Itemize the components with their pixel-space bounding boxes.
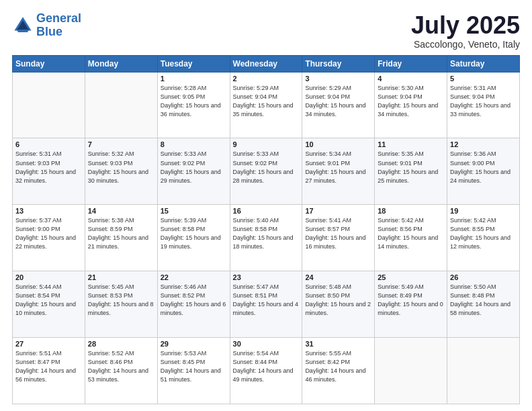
day-number: 3 bbox=[305, 75, 371, 83]
day-number: 1 bbox=[161, 75, 227, 83]
day-number: 27 bbox=[15, 340, 82, 348]
weekday-header: Friday bbox=[375, 55, 447, 72]
calendar-cell bbox=[85, 72, 157, 138]
weekday-header: Sunday bbox=[13, 55, 85, 72]
day-number: 23 bbox=[233, 273, 300, 281]
day-detail: Sunrise: 5:29 AM Sunset: 9:04 PM Dayligh… bbox=[233, 84, 300, 119]
calendar-cell: 23Sunrise: 5:47 AM Sunset: 8:51 PM Dayli… bbox=[230, 271, 302, 338]
day-detail: Sunrise: 5:54 AM Sunset: 8:44 PM Dayligh… bbox=[233, 349, 300, 384]
calendar-cell: 8Sunrise: 5:33 AM Sunset: 9:02 PM Daylig… bbox=[157, 138, 230, 205]
day-detail: Sunrise: 5:50 AM Sunset: 8:48 PM Dayligh… bbox=[450, 283, 517, 318]
day-detail: Sunrise: 5:42 AM Sunset: 8:55 PM Dayligh… bbox=[450, 216, 517, 251]
calendar-cell: 17Sunrise: 5:41 AM Sunset: 8:57 PM Dayli… bbox=[302, 205, 375, 271]
calendar-cell: 21Sunrise: 5:45 AM Sunset: 8:53 PM Dayli… bbox=[85, 271, 157, 338]
calendar-cell: 26Sunrise: 5:50 AM Sunset: 8:48 PM Dayli… bbox=[447, 271, 520, 338]
day-number: 20 bbox=[15, 273, 82, 281]
calendar-cell bbox=[375, 338, 447, 404]
calendar-cell: 5Sunrise: 5:31 AM Sunset: 9:04 PM Daylig… bbox=[447, 72, 520, 138]
day-detail: Sunrise: 5:51 AM Sunset: 8:47 PM Dayligh… bbox=[15, 349, 82, 384]
day-number: 21 bbox=[88, 273, 154, 281]
day-detail: Sunrise: 5:41 AM Sunset: 8:57 PM Dayligh… bbox=[305, 216, 371, 251]
calendar-cell: 13Sunrise: 5:37 AM Sunset: 9:00 PM Dayli… bbox=[13, 205, 85, 271]
day-detail: Sunrise: 5:49 AM Sunset: 8:49 PM Dayligh… bbox=[378, 283, 444, 318]
day-detail: Sunrise: 5:34 AM Sunset: 9:01 PM Dayligh… bbox=[305, 150, 371, 185]
day-detail: Sunrise: 5:28 AM Sunset: 9:05 PM Dayligh… bbox=[161, 84, 227, 119]
calendar-cell bbox=[13, 72, 85, 138]
calendar-cell: 25Sunrise: 5:49 AM Sunset: 8:49 PM Dayli… bbox=[375, 271, 447, 338]
day-number: 15 bbox=[161, 207, 227, 215]
day-number: 4 bbox=[378, 75, 444, 83]
day-number: 19 bbox=[450, 207, 517, 215]
day-number: 5 bbox=[450, 75, 517, 83]
day-number: 16 bbox=[233, 207, 300, 215]
day-number: 22 bbox=[161, 273, 227, 281]
page: General Blue July 2025 Saccolongo, Venet… bbox=[0, 0, 532, 411]
calendar-cell: 31Sunrise: 5:55 AM Sunset: 8:42 PM Dayli… bbox=[302, 338, 375, 404]
calendar-cell: 6Sunrise: 5:31 AM Sunset: 9:03 PM Daylig… bbox=[13, 138, 85, 205]
svg-rect-2 bbox=[17, 30, 28, 32]
weekday-header: Thursday bbox=[302, 55, 375, 72]
logo-text: General Blue bbox=[36, 12, 81, 39]
day-detail: Sunrise: 5:45 AM Sunset: 8:53 PM Dayligh… bbox=[88, 283, 154, 318]
day-number: 7 bbox=[88, 140, 154, 148]
day-detail: Sunrise: 5:53 AM Sunset: 8:45 PM Dayligh… bbox=[161, 349, 227, 384]
month-title: July 2025 bbox=[411, 12, 520, 39]
location: Saccolongo, Veneto, Italy bbox=[411, 39, 520, 50]
calendar-cell: 18Sunrise: 5:42 AM Sunset: 8:56 PM Dayli… bbox=[375, 205, 447, 271]
calendar-cell: 27Sunrise: 5:51 AM Sunset: 8:47 PM Dayli… bbox=[13, 338, 85, 404]
calendar-cell: 7Sunrise: 5:32 AM Sunset: 9:03 PM Daylig… bbox=[85, 138, 157, 205]
header: General Blue July 2025 Saccolongo, Venet… bbox=[12, 12, 520, 50]
weekday-header: Saturday bbox=[447, 55, 520, 72]
day-number: 6 bbox=[15, 140, 82, 148]
day-detail: Sunrise: 5:46 AM Sunset: 8:52 PM Dayligh… bbox=[161, 283, 227, 318]
day-number: 30 bbox=[233, 340, 300, 348]
calendar-cell: 11Sunrise: 5:35 AM Sunset: 9:01 PM Dayli… bbox=[375, 138, 447, 205]
day-detail: Sunrise: 5:48 AM Sunset: 8:50 PM Dayligh… bbox=[305, 283, 371, 318]
day-detail: Sunrise: 5:40 AM Sunset: 8:58 PM Dayligh… bbox=[233, 216, 300, 251]
calendar-cell: 2Sunrise: 5:29 AM Sunset: 9:04 PM Daylig… bbox=[230, 72, 302, 138]
day-number: 24 bbox=[305, 273, 371, 281]
day-number: 31 bbox=[305, 340, 371, 348]
day-number: 18 bbox=[378, 207, 444, 215]
day-number: 12 bbox=[450, 140, 517, 148]
day-detail: Sunrise: 5:37 AM Sunset: 9:00 PM Dayligh… bbox=[15, 216, 82, 251]
day-detail: Sunrise: 5:31 AM Sunset: 9:03 PM Dayligh… bbox=[15, 150, 82, 185]
day-detail: Sunrise: 5:30 AM Sunset: 9:04 PM Dayligh… bbox=[378, 84, 444, 119]
calendar-cell: 24Sunrise: 5:48 AM Sunset: 8:50 PM Dayli… bbox=[302, 271, 375, 338]
day-number: 17 bbox=[305, 207, 371, 215]
calendar-cell: 15Sunrise: 5:39 AM Sunset: 8:58 PM Dayli… bbox=[157, 205, 230, 271]
calendar-cell: 22Sunrise: 5:46 AM Sunset: 8:52 PM Dayli… bbox=[157, 271, 230, 338]
calendar-cell bbox=[447, 338, 520, 404]
day-number: 26 bbox=[450, 273, 517, 281]
logo-icon bbox=[12, 15, 34, 36]
calendar-cell: 9Sunrise: 5:33 AM Sunset: 9:02 PM Daylig… bbox=[230, 138, 302, 205]
day-detail: Sunrise: 5:29 AM Sunset: 9:04 PM Dayligh… bbox=[305, 84, 371, 119]
calendar-table: SundayMondayTuesdayWednesdayThursdayFrid… bbox=[12, 55, 520, 404]
logo: General Blue bbox=[12, 12, 81, 39]
calendar-cell: 12Sunrise: 5:36 AM Sunset: 9:00 PM Dayli… bbox=[447, 138, 520, 205]
day-detail: Sunrise: 5:52 AM Sunset: 8:46 PM Dayligh… bbox=[88, 349, 154, 384]
logo-line1: General bbox=[36, 11, 81, 25]
day-number: 29 bbox=[161, 340, 227, 348]
day-number: 10 bbox=[305, 140, 371, 148]
day-number: 8 bbox=[161, 140, 227, 148]
calendar-header-row: SundayMondayTuesdayWednesdayThursdayFrid… bbox=[13, 55, 520, 72]
calendar-cell: 1Sunrise: 5:28 AM Sunset: 9:05 PM Daylig… bbox=[157, 72, 230, 138]
day-number: 11 bbox=[378, 140, 444, 148]
day-detail: Sunrise: 5:55 AM Sunset: 8:42 PM Dayligh… bbox=[305, 349, 371, 384]
day-number: 28 bbox=[88, 340, 154, 348]
calendar-cell: 20Sunrise: 5:44 AM Sunset: 8:54 PM Dayli… bbox=[13, 271, 85, 338]
calendar-cell: 29Sunrise: 5:53 AM Sunset: 8:45 PM Dayli… bbox=[157, 338, 230, 404]
day-detail: Sunrise: 5:36 AM Sunset: 9:00 PM Dayligh… bbox=[450, 150, 517, 185]
day-number: 14 bbox=[88, 207, 154, 215]
calendar-cell: 16Sunrise: 5:40 AM Sunset: 8:58 PM Dayli… bbox=[230, 205, 302, 271]
logo-line2: Blue bbox=[36, 25, 62, 38]
calendar-week-row: 6Sunrise: 5:31 AM Sunset: 9:03 PM Daylig… bbox=[13, 138, 520, 205]
calendar-cell: 30Sunrise: 5:54 AM Sunset: 8:44 PM Dayli… bbox=[230, 338, 302, 404]
calendar-week-row: 20Sunrise: 5:44 AM Sunset: 8:54 PM Dayli… bbox=[13, 271, 520, 338]
weekday-header: Monday bbox=[85, 55, 157, 72]
day-number: 25 bbox=[378, 273, 444, 281]
day-number: 9 bbox=[233, 140, 300, 148]
day-detail: Sunrise: 5:38 AM Sunset: 8:59 PM Dayligh… bbox=[88, 216, 154, 251]
calendar-week-row: 27Sunrise: 5:51 AM Sunset: 8:47 PM Dayli… bbox=[13, 338, 520, 404]
